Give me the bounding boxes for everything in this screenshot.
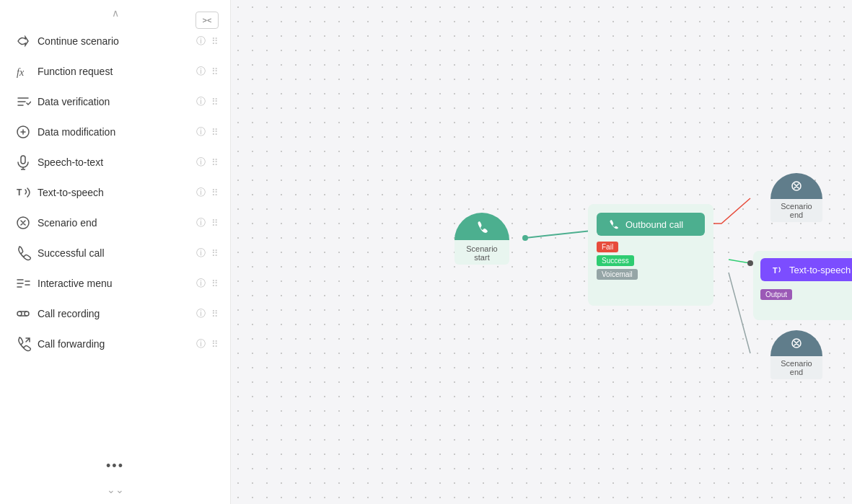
info-icon[interactable]: ⓘ [196,247,206,260]
flow-canvas[interactable]: Scenariostart Outbound call Fail Success… [231,0,852,504]
svg-point-19 [747,260,753,266]
drag-icon[interactable]: ⠿ [211,278,219,289]
collapse-icon: >< [203,16,212,25]
sidebar-item-label: Call recording [38,308,196,319]
interactive-menu-icon [12,275,35,291]
info-icon[interactable]: ⓘ [196,337,206,350]
drag-icon[interactable]: ⠿ [211,339,219,350]
scenario-end-icon [12,215,35,231]
info-icon[interactable]: ⓘ [196,277,206,290]
more-items-indicator[interactable]: ••• [0,453,230,479]
info-icon[interactable]: ⓘ [196,95,206,108]
sidebar-item-data-modification[interactable]: Data modification ⓘ ⠿ [0,117,230,147]
sidebar: >< ∧ Continue scenario ⓘ ⠿ fx Function r… [0,0,231,504]
chevron-up-icon: ∧ [112,7,119,19]
svg-line-16 [525,231,592,238]
sidebar-item-scenario-end[interactable]: Scenario end ⓘ ⠿ [0,208,230,238]
info-icon[interactable]: ⓘ [196,156,206,169]
info-icon[interactable]: ⓘ [196,65,206,78]
voicemail-tag: Voicemail [597,269,638,280]
outbound-call-label: Outbound call [625,219,683,230]
sidebar-item-label: Text-to-speech [38,187,196,198]
call-forwarding-icon [12,336,35,352]
drag-icon[interactable]: ⠿ [211,309,219,319]
svg-text:fx: fx [17,67,25,78]
data-modification-icon [12,124,35,140]
sidebar-item-continue-scenario[interactable]: Continue scenario ⓘ ⠿ [0,26,230,56]
info-icon[interactable]: ⓘ [196,125,206,138]
sidebar-item-text-to-speech[interactable]: T Text-to-speech ⓘ ⠿ [0,177,230,208]
scenario-end-node-1[interactable]: Scenarioend [770,173,822,222]
sidebar-item-label: Call forwarding [38,338,196,350]
sidebar-item-call-recording[interactable]: Call recording ⓘ ⠿ [0,299,230,329]
svg-point-17 [522,235,528,241]
info-icon[interactable]: ⓘ [196,35,206,48]
sidebar-item-function-request[interactable]: fx Function request ⓘ ⠿ [0,56,230,87]
tts-node[interactable]: T Text-to-speech [760,258,852,281]
sidebar-item-data-verification[interactable]: Data verification ⓘ ⠿ [0,87,230,117]
text-to-speech-icon: T [12,185,35,200]
drag-icon[interactable]: ⠿ [211,187,219,198]
sidebar-item-label: Scenario end [38,217,196,229]
drag-icon[interactable]: ⠿ [211,157,219,168]
sidebar-item-label: Speech-to-text [38,156,196,168]
scenario-end-node-2[interactable]: Scenarioend [770,330,822,379]
info-icon[interactable]: ⓘ [196,186,206,199]
svg-text:T: T [17,187,22,198]
drag-icon[interactable]: ⠿ [211,66,219,77]
scenario-end-1-label: Scenarioend [775,202,818,219]
sidebar-item-label: Continue scenario [38,35,196,47]
outbound-call-node[interactable]: Outbound call [597,213,705,236]
drag-icon[interactable]: ⠿ [211,97,219,107]
speech-to-text-icon [12,154,35,170]
successful-call-icon [12,245,35,261]
data-verification-icon [12,94,35,110]
scenario-start-node[interactable]: Scenariostart [454,213,509,265]
drag-icon[interactable]: ⠿ [211,36,219,47]
ellipsis-icon: ••• [106,459,124,474]
continue-scenario-icon [12,33,35,49]
sidebar-item-label: Successful call [38,247,196,259]
outbound-call-container[interactable]: Outbound call Fail Success Voicemail [588,204,713,306]
drag-icon[interactable]: ⠿ [211,248,219,259]
sidebar-item-successful-call[interactable]: Successful call ⓘ ⠿ [0,238,230,268]
sidebar-item-label: Interactive menu [38,278,196,289]
function-request-icon: fx [12,63,35,79]
svg-text:T: T [773,266,778,275]
svg-rect-2 [21,156,25,164]
tts-label: Text-to-speech [789,265,851,275]
sidebar-item-call-forwarding[interactable]: Call forwarding ⓘ ⠿ [0,329,230,359]
output-tag: Output [760,289,792,300]
text-to-speech-node[interactable]: T Text-to-speech Output [753,251,852,320]
scroll-down-indicator[interactable]: ⌄⌄ [0,479,230,504]
svg-point-13 [25,311,29,316]
scenario-end-2-label: Scenarioend [775,359,818,376]
sidebar-items-list: Continue scenario ⓘ ⠿ fx Function reques… [0,23,230,453]
fail-tag: Fail [597,242,618,252]
scenario-start-label: Scenariostart [460,244,504,262]
sidebar-item-speech-to-text[interactable]: Speech-to-text ⓘ ⠿ [0,147,230,177]
chevron-down-icon: ⌄⌄ [107,484,124,495]
svg-point-12 [17,311,22,316]
drag-icon[interactable]: ⠿ [211,127,219,138]
success-tag: Success [597,255,634,266]
drag-icon[interactable]: ⠿ [211,218,219,229]
info-icon[interactable]: ⓘ [196,216,206,229]
sidebar-item-label: Data verification [38,96,196,107]
sidebar-item-label: Function request [38,66,196,77]
call-recording-icon [12,306,35,322]
info-icon[interactable]: ⓘ [196,307,206,320]
sidebar-item-label: Data modification [38,126,196,138]
sidebar-item-interactive-menu[interactable]: Interactive menu ⓘ ⠿ [0,268,230,299]
